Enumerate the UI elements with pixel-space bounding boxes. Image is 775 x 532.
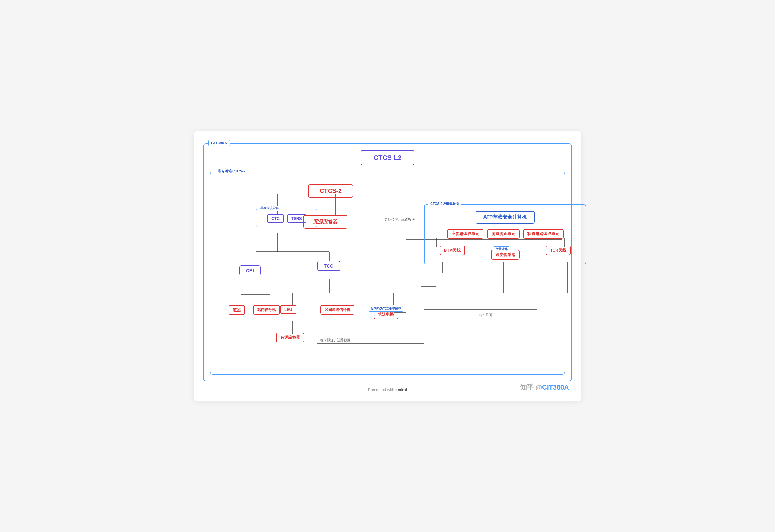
inner-box: 客专标准CTCS-2	[210, 171, 565, 375]
xingche-annotation: 行车许可	[479, 313, 493, 318]
footer-tool: xmind	[396, 387, 407, 392]
yingdaqi-dq-node: 应答器读取单元	[447, 229, 484, 239]
ctc-node: CTC	[267, 214, 284, 223]
ctcs2-vehicle-box: CTCS-2级车载设备 ATP车载安全计算机 应答器读取单元 测速测距单元 轨道…	[424, 204, 586, 264]
ctcs-l2-section: CTCS L2	[210, 150, 565, 165]
atp-node: ATP车载安全计算机	[476, 211, 535, 223]
btm-node: BTM天线	[440, 245, 465, 255]
station-tcc-label: 站间均为TCC电子编码	[369, 306, 404, 312]
outer-box: CIT380A CTCS L2 客专标准CTCS-2	[203, 143, 572, 381]
diagram-area: CTCS-2 早期无该设备 CTC TSRS 无源应答器 CTCS-2级车载设备	[216, 178, 559, 368]
footer-presented: Presented with	[368, 387, 394, 392]
ctcs2-node: CTCS-2	[308, 184, 353, 197]
guidao-dq-node: 轨道电路读取单元	[523, 229, 564, 239]
pos-calc-label: 位置计算	[494, 246, 510, 252]
cesudiance-node: 测速测距单元	[487, 229, 520, 239]
daogui-node: 道岔	[228, 305, 245, 315]
dingwei-annotation: 定位校正、线路数据	[384, 217, 415, 222]
early-device-label: 早期无该设备	[259, 206, 280, 211]
leu-node: LEU	[280, 305, 296, 314]
watermark: 知乎 @CIT380A	[520, 383, 569, 392]
linshi-annotation: 临时限速、进路数据	[320, 338, 350, 343]
inner-box-label: 客专标准CTCS-2	[215, 168, 248, 174]
qujian-node: 区间通过信号机	[320, 305, 354, 315]
ctcs2-vehicle-label: CTCS-2级车载设备	[429, 201, 461, 206]
wuyingyingdaqi-node: 无源应答器	[303, 215, 347, 229]
youyuan-node: 有源应答器	[276, 333, 304, 343]
tcc-node: TCC	[317, 261, 340, 271]
tcr-node: TCR天线	[546, 245, 571, 255]
footer: Presented with xmind	[203, 387, 572, 392]
guidao-node-wrap: 站间均为TCC电子编码 轨道电路	[374, 305, 398, 319]
zhannei-node: 站内信号机	[253, 305, 280, 315]
outer-box-label: CIT380A	[208, 140, 230, 146]
cbi-node: CBI	[239, 265, 261, 276]
page-container: CIT380A CTCS L2 客专标准CTCS-2	[194, 131, 581, 401]
ctcs-l2-node: CTCS L2	[360, 150, 415, 165]
